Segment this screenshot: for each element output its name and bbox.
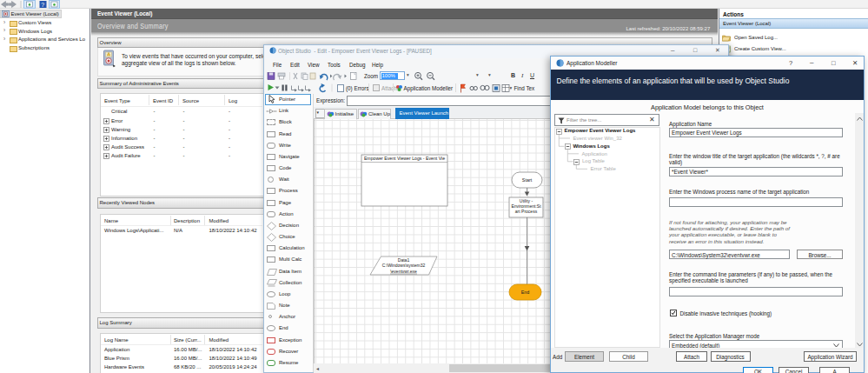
svg-text:?: ? — [41, 2, 44, 8]
svg-text:Data1: Data1 — [398, 257, 410, 263]
svg-text:art Process: art Process — [515, 209, 538, 214]
svg-text:C:\Windows\system32: C:\Windows\system32 — [382, 263, 426, 268]
svg-text:End: End — [521, 290, 530, 295]
svg-text:\eventvwr.exe: \eventvwr.exe — [390, 269, 417, 274]
svg-text:Empower Event Viewer Logs - Ev: Empower Event Viewer Logs - Event Vie — [364, 156, 445, 161]
svg-text:Start: Start — [522, 177, 533, 183]
